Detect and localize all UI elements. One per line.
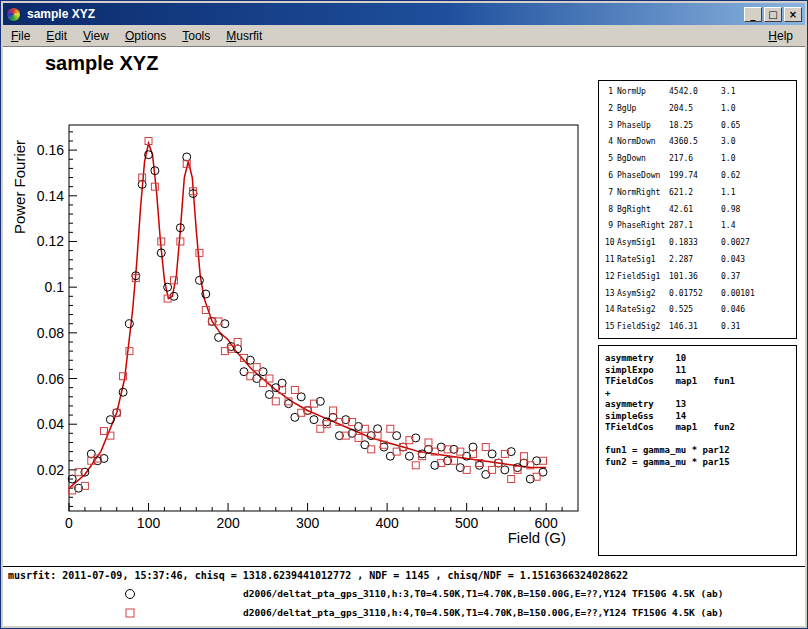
data-point-circle	[374, 425, 382, 433]
menu-help[interactable]: Help	[756, 26, 805, 46]
param-pname: NormUp	[617, 84, 669, 101]
minimize-button[interactable]: _	[744, 7, 762, 22]
param-idx: 2	[605, 101, 617, 118]
y-tick-label: 0.02	[37, 462, 64, 478]
theory-line: asymmetry 10	[605, 353, 790, 365]
param-pval: 42.61	[669, 202, 721, 219]
param-row: 11RateSig12.2870.043	[605, 252, 796, 269]
x-tick-label: 100	[137, 515, 161, 531]
param-pname: NormDown	[617, 134, 669, 151]
param-idx: 13	[605, 286, 617, 303]
param-idx: 14	[605, 302, 617, 319]
plot-canvas: sample XYZ 01002003004005006000.020.040.…	[3, 47, 805, 626]
y-tick-label: 0.16	[37, 142, 64, 158]
param-idx: 4	[605, 134, 617, 151]
title-bar[interactable]: sample XYZ _□×	[3, 3, 805, 25]
param-row: 3PhaseUp18.250.65	[605, 118, 796, 135]
param-perr: 1.1	[721, 185, 796, 202]
param-perr: 0.043	[721, 252, 796, 269]
param-pval: 4360.5	[669, 134, 721, 151]
param-pname: FieldSig2	[617, 319, 669, 336]
param-row: 12FieldSig1101.360.37	[605, 269, 796, 286]
data-point-circle	[488, 450, 496, 458]
close-button[interactable]: ×	[784, 7, 802, 22]
data-point-circle	[501, 466, 509, 474]
param-perr: 3.1	[721, 84, 796, 101]
menu-file[interactable]: File	[3, 26, 38, 46]
y-tick-label: 0.04	[37, 416, 64, 432]
data-point-circle	[393, 432, 401, 440]
x-tick-label: 400	[375, 515, 399, 531]
param-row: 10AsymSig10.18330.0027	[605, 235, 796, 252]
data-point-circle	[125, 320, 133, 328]
theory-line: fun2 = gamma_mu * par15	[605, 457, 790, 469]
param-pname: PhaseRight	[617, 218, 669, 235]
data-point-square	[151, 183, 158, 190]
y-tick-label: 0.08	[37, 325, 64, 341]
param-perr: 0.0027	[721, 235, 796, 252]
data-point-square	[412, 462, 419, 469]
legend: d2006/deltat_pta_gps_3110,h:3,T0=4.50K,T…	[121, 584, 723, 622]
param-perr: 0.62	[721, 168, 796, 185]
param-idx: 12	[605, 269, 617, 286]
menu-tools[interactable]: Tools	[174, 26, 218, 46]
param-pval: 287.1	[669, 218, 721, 235]
param-perr: 3.0	[721, 134, 796, 151]
param-pval: 217.6	[669, 151, 721, 168]
param-row: 8BgRight42.610.98	[605, 202, 796, 219]
menu-options[interactable]: Options	[117, 26, 174, 46]
theory-line: simplExpo 11	[605, 365, 790, 377]
menu-help-item[interactable]: Help	[768, 29, 793, 43]
param-pval: 18.25	[669, 118, 721, 135]
data-point-square	[419, 453, 426, 460]
param-pval: 621.2	[669, 185, 721, 202]
data-point-circle	[469, 443, 477, 451]
fit-stats-line: musrfit: 2011-07-09, 15:37:46, chisq = 1…	[8, 570, 628, 581]
param-row: 6PhaseDown199.740.62	[605, 168, 796, 185]
data-point-square	[387, 425, 394, 432]
data-point-circle	[310, 416, 318, 424]
legend-row: d2006/deltat_pta_gps_3110,h:3,T0=4.50K,T…	[121, 584, 723, 603]
theory-line: TFieldCos map1 fun1	[605, 376, 790, 388]
menu-edit[interactable]: Edit	[38, 26, 75, 46]
app-icon[interactable]	[6, 7, 21, 22]
theory-line: TFieldCos map1 fun2	[605, 422, 790, 434]
footer-divider	[3, 566, 805, 567]
param-pval: 0.1833	[669, 235, 721, 252]
menu-musrfit[interactable]: Musrfit	[218, 26, 270, 46]
y-tick-label: 0.12	[37, 233, 64, 249]
param-perr: 0.65	[721, 118, 796, 135]
data-point-circle	[380, 443, 388, 451]
param-idx: 8	[605, 202, 617, 219]
param-pname: BgDown	[617, 151, 669, 168]
param-row: 4NormDown4360.53.0	[605, 134, 796, 151]
theory-line: fun1 = gamma_mu * par12	[605, 445, 790, 457]
plot-area[interactable]: 01002003004005006000.020.040.060.080.10.…	[3, 97, 603, 567]
param-row: 2BgUp204.51.0	[605, 101, 796, 118]
menu-items: FileEditViewOptionsToolsMusrfit	[3, 26, 270, 46]
data-point-circle	[183, 153, 191, 161]
param-perr: 0.98	[721, 202, 796, 219]
legend-row: d2006/deltat_pta_gps_3110,h:4,T0=4.50K,T…	[121, 603, 723, 622]
param-pval: 204.5	[669, 101, 721, 118]
application-window: sample XYZ _□× FileEditViewOptionsToolsM…	[0, 0, 808, 629]
param-pval: 146.31	[669, 319, 721, 336]
maximize-button[interactable]: □	[764, 7, 782, 22]
x-tick-label: 0	[65, 515, 73, 531]
y-tick-label: 0.1	[45, 279, 65, 295]
theory-line: asymmetry 13	[605, 399, 790, 411]
data-point-circle	[405, 452, 413, 460]
menu-view[interactable]: View	[75, 26, 117, 46]
x-tick-label: 300	[296, 515, 320, 531]
param-idx: 1	[605, 84, 617, 101]
param-perr: 1.0	[721, 101, 796, 118]
param-row: 7NormRight621.21.1	[605, 185, 796, 202]
fit-curve	[69, 143, 546, 488]
x-tick-label: 500	[455, 515, 479, 531]
data-point-circle	[164, 283, 172, 291]
theory-line: simpleGss 14	[605, 411, 790, 423]
menu-bar: FileEditViewOptionsToolsMusrfit Help	[3, 25, 805, 47]
param-idx: 10	[605, 235, 617, 252]
data-point-square	[291, 386, 298, 393]
param-pname: NormRight	[617, 185, 669, 202]
